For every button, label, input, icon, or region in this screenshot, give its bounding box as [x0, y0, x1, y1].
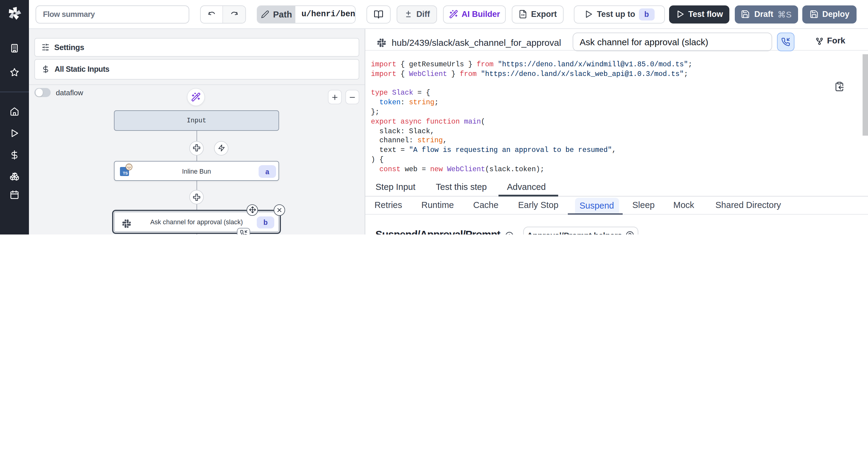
svg-text:TS: TS: [122, 171, 127, 176]
